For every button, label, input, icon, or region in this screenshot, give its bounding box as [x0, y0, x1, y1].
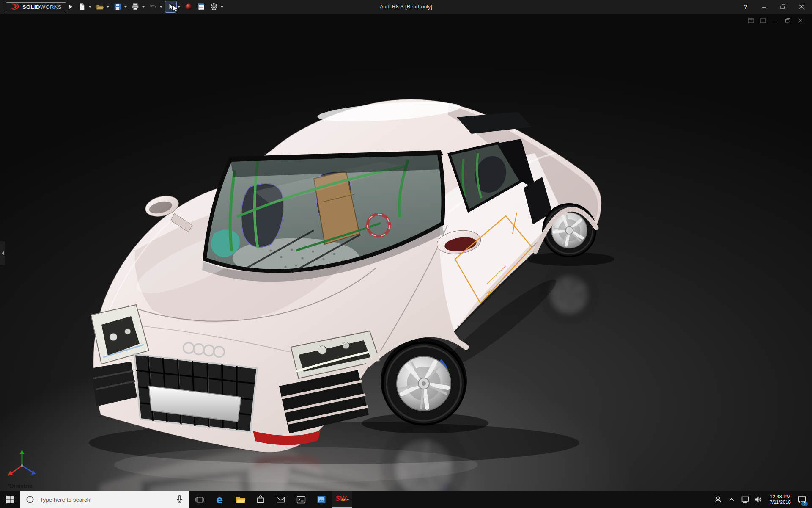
appearances-button[interactable]	[183, 1, 194, 12]
people-button[interactable]	[711, 491, 725, 508]
task-view-button[interactable]	[189, 491, 210, 508]
window-controls: ?	[742, 3, 812, 11]
volume-icon	[754, 495, 763, 504]
close-button[interactable]	[798, 3, 805, 11]
restore-button[interactable]	[779, 3, 787, 11]
tray-time: 12:43 PM	[770, 494, 790, 500]
orientation-triad	[6, 448, 44, 480]
hidden-icons-chevron-icon	[727, 495, 736, 504]
appearances-sphere-icon	[184, 3, 193, 11]
ethernet-icon	[741, 495, 750, 504]
store-button[interactable]	[250, 491, 271, 508]
help-button[interactable]: ?	[742, 3, 749, 11]
cortana-icon	[25, 495, 35, 504]
terminal-app-icon	[296, 495, 306, 505]
new-document-dropdown[interactable]	[88, 1, 93, 12]
mail-icon	[276, 494, 286, 505]
mouse-cursor	[172, 4, 180, 14]
people-icon	[713, 495, 723, 504]
close-icon	[799, 4, 804, 9]
start-button[interactable]	[0, 491, 20, 508]
brand-text: SOLIDWORKS	[22, 4, 62, 10]
main-toolbar	[77, 1, 225, 12]
open-dropdown[interactable]	[105, 1, 110, 12]
new-document-icon	[78, 3, 86, 11]
doc-restore-button[interactable]	[784, 17, 792, 24]
search-input[interactable]	[20, 491, 189, 508]
doc-pane-icon	[760, 18, 767, 24]
tray-date: 7/11/2018	[770, 500, 791, 505]
graphics-area[interactable]: *Dimetric	[0, 14, 812, 491]
file-explorer-icon	[235, 494, 246, 505]
store-icon	[255, 494, 266, 505]
hidden-icons-button[interactable]	[725, 491, 738, 508]
minimize-button[interactable]	[760, 3, 768, 11]
save-button[interactable]	[112, 1, 123, 12]
print-dropdown[interactable]	[141, 1, 146, 12]
new-document-button[interactable]	[77, 1, 88, 12]
terminal-app-button[interactable]	[291, 491, 311, 508]
doc-minimize-button[interactable]	[771, 17, 780, 24]
undo-dropdown[interactable]	[159, 1, 164, 12]
taskbar-search[interactable]	[20, 491, 189, 508]
undo-icon	[149, 3, 157, 11]
options-gear-icon	[210, 3, 218, 11]
start-icon	[5, 495, 15, 504]
print-icon	[131, 3, 140, 11]
solidworks-app-icon: SW2017	[335, 494, 348, 505]
mail-button[interactable]	[271, 491, 291, 508]
show-desktop-button[interactable]	[809, 491, 812, 508]
taskbar: e SW2017	[0, 491, 812, 508]
print-button[interactable]	[130, 1, 141, 12]
open-icon	[96, 3, 104, 11]
photos-app-button[interactable]	[311, 491, 332, 508]
task-view-icon	[195, 495, 205, 505]
taskbar-clock[interactable]: 12:43 PM 7/11/2018	[765, 491, 795, 508]
doc-window-icon-1[interactable]	[747, 17, 755, 24]
document-window-controls	[747, 17, 804, 24]
file-explorer-button[interactable]	[230, 491, 250, 508]
options-dropdown[interactable]	[219, 1, 225, 12]
report-icon	[197, 3, 206, 11]
edge-button[interactable]: e	[210, 491, 230, 508]
report-button[interactable]	[196, 1, 207, 12]
view-orientation-label: *Dimetric	[8, 483, 33, 489]
microphone-icon[interactable]	[175, 494, 184, 505]
save-dropdown[interactable]	[123, 1, 128, 12]
edge-icon: e	[214, 494, 225, 505]
doc-close-icon	[798, 18, 803, 23]
model-render-audi-r8	[0, 14, 812, 491]
doc-minimize-icon	[773, 18, 779, 24]
solidworks-app-button[interactable]: SW2017	[332, 491, 352, 508]
menu-expand-arrow[interactable]	[69, 5, 72, 9]
svg-text:e: e	[216, 494, 223, 505]
save-icon	[113, 3, 122, 11]
restore-icon	[780, 4, 786, 9]
doc-window-icon-2[interactable]	[759, 17, 768, 24]
doc-restore-icon	[785, 18, 791, 23]
dassault-systemes-ds-icon	[9, 3, 20, 11]
network-button[interactable]	[738, 491, 752, 508]
action-center-button[interactable]: 2	[795, 491, 809, 508]
titlebar: SOLIDWORKS	[0, 0, 812, 14]
options-button[interactable]	[208, 1, 219, 12]
undo-button[interactable]	[148, 1, 159, 12]
photos-app-icon	[316, 494, 326, 505]
volume-button[interactable]	[752, 491, 765, 508]
notification-badge: 2	[801, 502, 808, 506]
doc-close-button[interactable]	[796, 17, 804, 24]
doc-pane-icon	[748, 18, 754, 24]
window-title: Audi R8 S [Read-only]	[380, 0, 432, 14]
solidworks-logo[interactable]: SOLIDWORKS	[6, 2, 66, 11]
minimize-icon	[762, 4, 767, 9]
open-button[interactable]	[94, 1, 105, 12]
system-tray: 12:43 PM 7/11/2018 2	[711, 491, 812, 508]
